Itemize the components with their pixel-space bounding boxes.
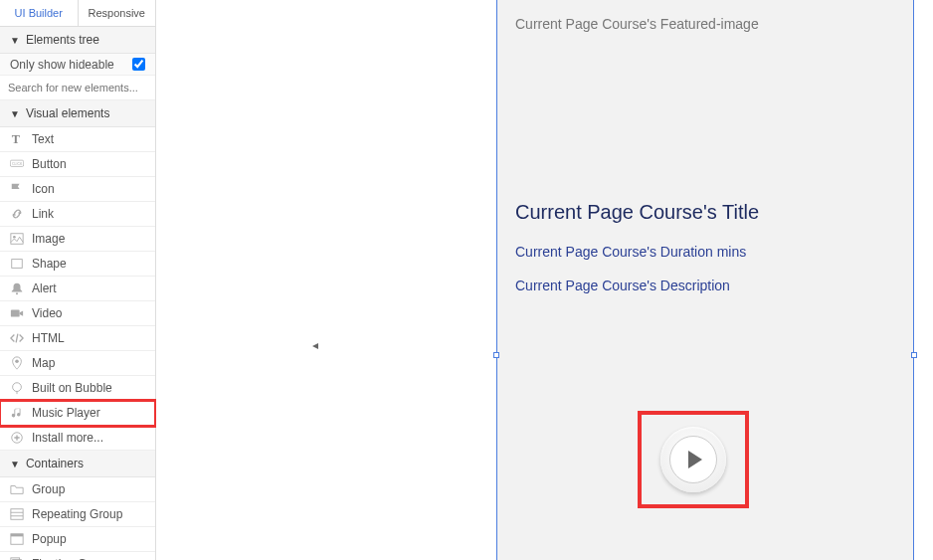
item-label: Built on Bubble	[32, 381, 112, 395]
item-label: Popup	[32, 532, 67, 546]
item-label: Repeating Group	[32, 507, 122, 521]
tab-ui-builder[interactable]: UI Builder	[0, 0, 79, 26]
visual-item-alert[interactable]: Alert	[0, 277, 155, 301]
item-label: Shape	[32, 257, 67, 271]
canvas[interactable]: ◂ Current Page Course's Featured-image C…	[156, 0, 933, 560]
item-label: Link	[32, 207, 54, 221]
container-item-popup[interactable]: Popup	[0, 527, 155, 552]
visual-item-icon[interactable]: Icon	[0, 177, 155, 202]
music-player-element[interactable]	[660, 427, 726, 492]
section-label: Containers	[26, 457, 84, 470]
video-icon	[8, 306, 26, 320]
selection-handle-icon[interactable]	[493, 352, 499, 358]
svg-point-6	[16, 292, 18, 294]
visual-item-map[interactable]: Map	[0, 351, 155, 376]
item-label: Image	[32, 232, 65, 246]
visual-item-shape[interactable]: Shape	[0, 252, 155, 277]
folder-icon	[8, 482, 26, 496]
search-row	[0, 76, 155, 100]
play-icon	[688, 451, 702, 468]
course-duration[interactable]: Current Page Course's Duration mins	[515, 244, 895, 260]
section-label: Elements tree	[26, 33, 99, 47]
item-label: Text	[32, 132, 54, 146]
section-visual-elements[interactable]: ▼ Visual elements	[0, 100, 155, 127]
bubble-icon	[8, 381, 26, 395]
visual-item-install-more[interactable]: Install more...	[0, 426, 155, 451]
caret-down-icon: ▼	[10, 459, 20, 469]
section-label: Visual elements	[26, 106, 110, 120]
text-icon: T	[8, 132, 26, 146]
visual-item-link[interactable]: Link	[0, 202, 155, 227]
play-button[interactable]	[669, 436, 717, 483]
visual-item-text[interactable]: TText	[0, 127, 155, 152]
link-icon	[8, 207, 26, 221]
plus-icon	[8, 431, 26, 445]
container-item-group[interactable]: Group	[0, 477, 155, 502]
section-containers[interactable]: ▼ Containers	[0, 451, 155, 477]
only-hideable-checkbox[interactable]	[132, 58, 145, 71]
item-label: Button	[32, 157, 67, 171]
item-label: HTML	[32, 331, 65, 345]
shape-icon	[8, 257, 26, 271]
item-label: Icon	[32, 182, 55, 196]
featured-image-placeholder[interactable]: Current Page Course's Featured-image	[515, 16, 895, 32]
flag-icon	[8, 182, 26, 196]
search-input[interactable]	[8, 82, 147, 93]
svg-rect-5	[12, 260, 23, 269]
svg-rect-11	[11, 509, 23, 520]
visual-item-music-player[interactable]: Music Player	[0, 401, 155, 426]
music-icon	[8, 406, 26, 420]
popup-icon	[8, 532, 26, 546]
item-label: Music Player	[32, 406, 100, 420]
code-icon	[8, 331, 26, 345]
caret-down-icon: ▼	[10, 108, 20, 119]
caret-down-icon: ▼	[10, 35, 20, 46]
visual-item-html[interactable]: HTML	[0, 326, 155, 351]
only-hideable-label: Only show hideable	[10, 58, 114, 72]
course-title[interactable]: Current Page Course's Title	[515, 201, 895, 224]
only-hideable-row[interactable]: Only show hideable	[0, 54, 155, 76]
section-elements-tree[interactable]: ▼ Elements tree	[0, 27, 155, 54]
bell-icon	[8, 281, 26, 295]
music-player-highlight	[638, 411, 749, 508]
pin-icon	[8, 356, 26, 370]
svg-text:T: T	[12, 132, 20, 146]
item-label: Group	[32, 482, 65, 496]
item-label: Install more...	[32, 431, 103, 445]
selection-handle-icon[interactable]	[911, 352, 917, 358]
image-icon	[8, 232, 26, 246]
svg-rect-13	[11, 534, 23, 537]
tab-responsive[interactable]: Responsive	[79, 0, 156, 26]
side-tabs: UI Builder Responsive	[0, 0, 155, 27]
sidebar: UI Builder Responsive ▼ Elements tree On…	[0, 0, 156, 560]
visual-item-built-on-bubble[interactable]: Built on Bubble	[0, 376, 155, 401]
visual-item-image[interactable]: Image	[0, 227, 155, 252]
item-label: Alert	[32, 281, 57, 295]
svg-point-9	[13, 383, 22, 392]
container-item-floating-group[interactable]: Floating Group	[0, 552, 155, 560]
item-label: Video	[32, 306, 62, 320]
svg-point-4	[13, 236, 16, 239]
collapse-handle-icon[interactable]: ◂	[312, 338, 318, 352]
visual-item-video[interactable]: Video	[0, 301, 155, 326]
repeat-icon	[8, 507, 26, 521]
container-item-repeating-group[interactable]: Repeating Group	[0, 502, 155, 527]
button-icon: CLICK	[8, 157, 26, 171]
svg-point-8	[15, 360, 19, 364]
course-description[interactable]: Current Page Course's Description	[515, 278, 895, 293]
svg-text:CLICK: CLICK	[12, 162, 23, 166]
visual-item-button[interactable]: CLICKButton	[0, 152, 155, 177]
svg-rect-7	[11, 310, 20, 317]
item-label: Map	[32, 356, 55, 370]
